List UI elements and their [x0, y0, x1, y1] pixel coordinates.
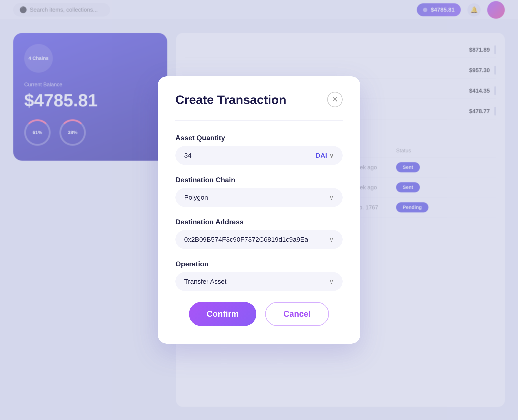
confirm-button[interactable]: Confirm: [189, 302, 256, 326]
close-icon: ✕: [332, 95, 338, 104]
modal-title: Create Transaction: [175, 92, 286, 107]
modal-header: Create Transaction ✕: [175, 92, 343, 107]
operation-group: Operation Transfer Asset ∨: [175, 260, 343, 291]
destination-address-group: Destination Address 0x2B09B574F3c90F7372…: [175, 218, 343, 249]
destination-address-label: Destination Address: [175, 218, 343, 226]
modal-divider: [175, 120, 343, 121]
destination-address-value: 0x2B09B574F3c90F7372C6819d1c9a9Ea: [184, 236, 308, 243]
chain-chevron-icon: ∨: [329, 194, 334, 201]
asset-value: DAI: [316, 152, 327, 159]
modal-footer: Confirm Cancel: [175, 302, 343, 326]
asset-chevron-icon: ∨: [329, 152, 334, 159]
asset-quantity-label: Asset Quantity: [175, 134, 343, 142]
modal: Create Transaction ✕ Asset Quantity DAI …: [158, 76, 360, 344]
operation-value: Transfer Asset: [184, 278, 226, 285]
destination-chain-group: Destination Chain Polygon ∨: [175, 176, 343, 207]
operation-label: Operation: [175, 260, 343, 268]
modal-overlay[interactable]: Create Transaction ✕ Asset Quantity DAI …: [0, 0, 518, 420]
destination-chain-label: Destination Chain: [175, 176, 343, 184]
asset-quantity-input[interactable]: [184, 152, 316, 159]
destination-address-field[interactable]: 0x2B09B574F3c90F7372C6819d1c9a9Ea ∨: [175, 230, 343, 249]
asset-quantity-field[interactable]: DAI ∨: [175, 146, 343, 165]
asset-quantity-group: Asset Quantity DAI ∨: [175, 134, 343, 165]
close-button[interactable]: ✕: [327, 92, 343, 107]
operation-field[interactable]: Transfer Asset ∨: [175, 272, 343, 291]
asset-selector[interactable]: DAI ∨: [316, 152, 334, 159]
operation-chevron-icon: ∨: [329, 278, 334, 285]
cancel-button[interactable]: Cancel: [265, 302, 329, 326]
address-chevron-icon: ∨: [329, 236, 334, 243]
destination-chain-value: Polygon: [184, 194, 208, 201]
destination-chain-field[interactable]: Polygon ∨: [175, 188, 343, 207]
